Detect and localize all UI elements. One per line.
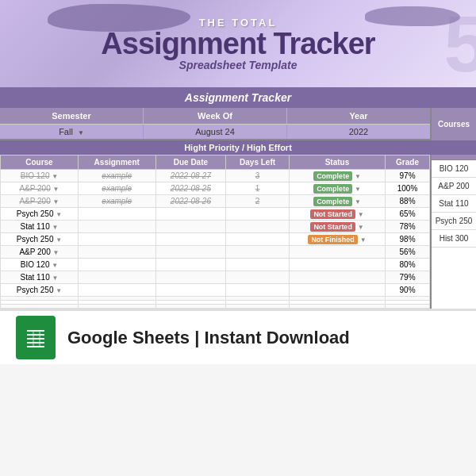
course-dropdown[interactable]: ▼: [53, 249, 60, 256]
cell-grade: 65%: [386, 208, 430, 221]
cell-assignment: [78, 284, 155, 297]
spreadsheet-area: Assignment Tracker Semester Week Of Year…: [0, 87, 476, 309]
cell-due-date: [155, 233, 226, 246]
status-dropdown[interactable]: ▼: [358, 224, 364, 231]
cell-grade: [386, 305, 430, 309]
cell-assignment: example: [78, 182, 155, 195]
priority-label: Hight Priority / High Effort: [0, 140, 476, 155]
semester-label: Semester: [0, 108, 144, 124]
meta-labels-main: Semester Week Of Year Fall ▼ August 24 2…: [0, 108, 430, 140]
semester-value[interactable]: Fall ▼: [0, 125, 144, 139]
status-badge[interactable]: Not Finished: [308, 235, 358, 244]
cell-status: Not Finished ▼: [289, 233, 385, 246]
status-dropdown[interactable]: ▼: [355, 198, 361, 205]
status-dropdown[interactable]: ▼: [360, 236, 367, 244]
course-dropdown[interactable]: ▼: [53, 186, 60, 193]
cell-days-left: [226, 246, 290, 259]
meta-value-row: Fall ▼ August 24 2022: [0, 125, 430, 140]
cell-assignment: [78, 208, 155, 221]
footer-text: Google Sheets | Instant Download: [67, 328, 350, 348]
week-of-value: August 24: [144, 125, 287, 139]
table-row: BIO 120 ▼example2022-08-273Complete ▼97%: [1, 170, 430, 182]
status-dropdown[interactable]: ▼: [355, 186, 361, 193]
google-sheets-icon: [16, 316, 56, 359]
cell-status: Complete ▼: [289, 170, 385, 182]
cell-status: [289, 305, 385, 309]
status-badge[interactable]: Complete: [313, 171, 352, 181]
svg-rect-4: [27, 342, 44, 344]
cell-grade: 100%: [386, 182, 430, 195]
course-dropdown[interactable]: ▼: [56, 287, 62, 294]
cell-due-date: 2022-08-26: [155, 195, 226, 208]
cell-grade: 88%: [386, 195, 430, 208]
cell-due-date: [155, 246, 226, 259]
course-dropdown[interactable]: ▼: [56, 211, 62, 218]
footer: Google Sheets | Instant Download: [0, 309, 476, 364]
cell-due-date: [155, 221, 226, 233]
cell-due-date: [155, 284, 226, 297]
table-wrapper: Course Assignment Due Date Days Left Sta…: [0, 155, 476, 309]
course-dropdown[interactable]: ▼: [52, 262, 58, 269]
assignment-table: Course Assignment Due Date Days Left Sta…: [0, 155, 430, 309]
year-label: Year: [287, 108, 430, 124]
table-row: [1, 305, 430, 309]
status-badge[interactable]: Complete: [313, 184, 352, 194]
col-course: Course: [1, 155, 79, 170]
courses-col-header: [432, 155, 476, 160]
cell-course: A&P 200 ▼: [1, 182, 79, 195]
cell-status: Complete ▼: [289, 195, 385, 208]
table-row: BIO 120 ▼80%: [1, 259, 430, 271]
meta-labels-row: Semester Week Of Year Fall ▼ August 24 2…: [0, 108, 476, 140]
sidebar-course-item: Hist 300: [432, 230, 476, 248]
sidebar-course-item: A&P 200: [432, 178, 476, 195]
cell-days-left: [226, 259, 290, 271]
cell-due-date: [155, 305, 226, 309]
cell-assignment: [78, 259, 155, 271]
status-badge[interactable]: Complete: [313, 197, 352, 206]
cell-status: Not Started ▼: [289, 221, 385, 233]
cell-status: [289, 284, 385, 297]
cell-course: Psych 250 ▼: [1, 233, 79, 246]
courses-header-cell: Courses: [430, 108, 476, 140]
course-dropdown[interactable]: ▼: [56, 236, 62, 244]
cell-assignment: example: [78, 195, 155, 208]
svg-rect-2: [27, 334, 44, 336]
cell-course: Psych 250 ▼: [1, 208, 79, 221]
cell-days-left: 3: [226, 170, 290, 182]
cell-assignment: [78, 233, 155, 246]
cell-assignment: example: [78, 170, 155, 182]
status-badge[interactable]: Not Started: [310, 209, 355, 219]
course-dropdown[interactable]: ▼: [52, 274, 59, 282]
sidebar-course-item: BIO 120: [432, 160, 476, 178]
main-table-col: Course Assignment Due Date Days Left Sta…: [0, 155, 430, 309]
table-row: Psych 250 ▼Not Finished ▼98%: [1, 233, 430, 246]
status-dropdown[interactable]: ▼: [358, 211, 364, 218]
week-of-label: Week Of: [144, 108, 287, 124]
cell-grade: 56%: [386, 246, 430, 259]
cell-course: BIO 120 ▼: [1, 259, 79, 271]
course-dropdown[interactable]: ▼: [52, 173, 58, 180]
status-dropdown[interactable]: ▼: [355, 173, 361, 180]
decorative-number: 5: [443, 4, 476, 83]
cell-due-date: 2022-08-27: [155, 170, 226, 182]
sidebar-course-item: Psych 250: [432, 213, 476, 230]
cell-grade: 78%: [386, 221, 430, 233]
cell-days-left: [226, 208, 290, 221]
cell-status: Complete ▼: [289, 182, 385, 195]
cell-assignment: [78, 305, 155, 309]
meta-label-row: Semester Week Of Year: [0, 108, 430, 125]
svg-rect-5: [27, 346, 44, 347]
course-dropdown[interactable]: ▼: [53, 198, 60, 205]
cell-course: BIO 120 ▼: [1, 170, 79, 182]
course-dropdown[interactable]: ▼: [52, 224, 59, 231]
cell-course: Stat 110 ▼: [1, 221, 79, 233]
cell-course: Psych 250 ▼: [1, 284, 79, 297]
main-title: Assignment Tracker: [101, 29, 374, 59]
cell-due-date: [155, 259, 226, 271]
cell-days-left: [226, 305, 290, 309]
cell-course: A&P 200 ▼: [1, 246, 79, 259]
cell-days-left: 1: [226, 182, 290, 195]
svg-rect-1: [27, 330, 44, 332]
status-badge[interactable]: Not Started: [310, 222, 355, 232]
cell-assignment: [78, 271, 155, 284]
